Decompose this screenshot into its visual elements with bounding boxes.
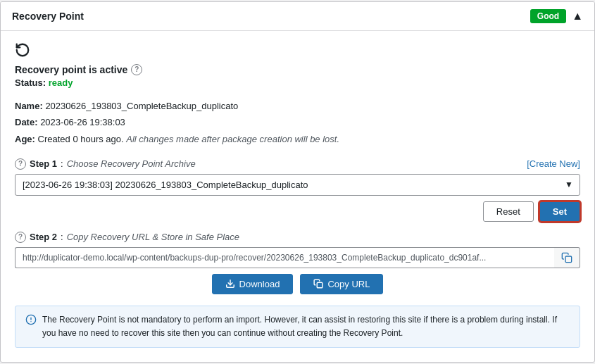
download-label: Download <box>239 279 280 289</box>
info-box: The Recovery Point is not mandatory to p… <box>15 306 580 348</box>
name-value: 20230626_193803_CompleteBackup_duplicato <box>45 101 238 111</box>
name-label: Name: <box>15 101 43 111</box>
date-label: Date: <box>15 117 38 127</box>
step1-label: ? Step 1 : Choose Recovery Point Archive <box>15 158 196 170</box>
header-right: Good ▲ <box>530 9 583 23</box>
info-text: The Recovery Point is not mandatory to p… <box>42 313 570 340</box>
url-input-row <box>15 247 580 268</box>
meta-date-row: Date: 2023-06-26 19:38:03 <box>15 114 580 130</box>
panel-title: Recovery Point <box>12 11 84 22</box>
step2-action-buttons: Download Copy URL <box>15 274 580 294</box>
step2-number: Step 2 <box>30 232 57 242</box>
main-panel: Recovery Point Good ▲ Recovery point is … <box>0 1 595 363</box>
help-icon[interactable]: ? <box>131 64 142 75</box>
meta-section: Name: 20230626_193803_CompleteBackup_dup… <box>15 98 580 147</box>
step2-section: ? Step 2 : Copy Recovery URL & Store in … <box>15 232 580 294</box>
info-icon <box>25 314 37 327</box>
step1-buttons: Reset Set <box>15 201 580 222</box>
step1-number: Step 1 <box>30 158 57 169</box>
date-value: 2023-06-26 19:38:03 <box>40 117 125 127</box>
step1-description: Choose Recovery Point Archive <box>67 158 196 169</box>
set-button[interactable]: Set <box>539 201 580 222</box>
recovery-active-title: Recovery point is active ? <box>15 64 580 75</box>
archive-select-wrapper: [2023-06-26 19:38:03] 20230626_193803_Co… <box>15 174 580 196</box>
copy-url-label: Copy URL <box>327 279 370 289</box>
status-value: ready <box>49 77 73 88</box>
step2-header: ? Step 2 : Copy Recovery URL & Store in … <box>15 232 580 243</box>
step2-help-icon[interactable]: ? <box>15 232 26 243</box>
copy-url-button[interactable]: Copy URL <box>300 274 383 294</box>
panel-body: Recovery point is active ? Status: ready… <box>1 31 594 363</box>
url-copy-icon-button[interactable] <box>554 247 580 268</box>
active-title-text: Recovery point is active <box>15 64 127 75</box>
create-new-link[interactable]: [Create New] <box>527 158 580 169</box>
step2-colon: : <box>61 232 63 242</box>
step1-colon: : <box>61 158 63 169</box>
status-badge: Good <box>530 9 566 23</box>
status-line: Status: ready <box>15 77 580 88</box>
step2-description: Copy Recovery URL & Store in Safe Place <box>67 232 239 242</box>
age-label: Age: <box>15 134 35 144</box>
status-label: Status: <box>15 77 46 88</box>
age-value: Created 0 hours ago. <box>38 134 124 144</box>
status-section: Recovery point is active ? Status: ready <box>15 64 580 88</box>
url-input[interactable] <box>15 247 554 268</box>
meta-age-row: Age: Created 0 hours ago. All changes ma… <box>15 131 580 147</box>
refresh-icon[interactable] <box>15 42 580 60</box>
download-icon <box>225 279 235 289</box>
download-button[interactable]: Download <box>212 274 294 294</box>
step1-help-icon[interactable]: ? <box>15 158 26 170</box>
archive-select[interactable]: [2023-06-26 19:38:03] 20230626_193803_Co… <box>15 174 580 196</box>
collapse-icon[interactable]: ▲ <box>572 10 583 23</box>
svg-rect-0 <box>565 256 572 263</box>
step1-header: ? Step 1 : Choose Recovery Point Archive… <box>15 158 580 170</box>
svg-rect-2 <box>318 283 323 289</box>
step1-section: ? Step 1 : Choose Recovery Point Archive… <box>15 158 580 222</box>
reset-button[interactable]: Reset <box>483 201 534 222</box>
age-note: All changes made after package creation … <box>126 134 339 144</box>
copy-url-icon <box>313 279 323 289</box>
step2-label: ? Step 2 : Copy Recovery URL & Store in … <box>15 232 239 243</box>
meta-name-row: Name: 20230626_193803_CompleteBackup_dup… <box>15 98 580 114</box>
panel-header: Recovery Point Good ▲ <box>1 2 594 31</box>
